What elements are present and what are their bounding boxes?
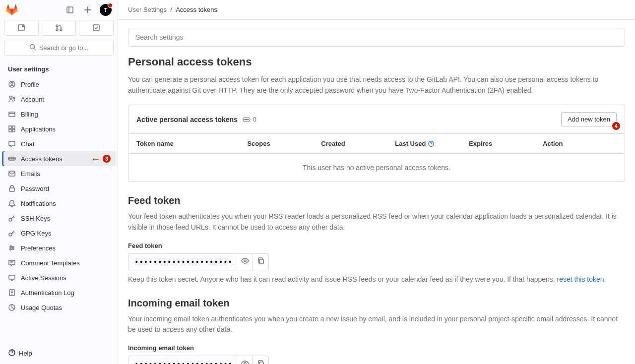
svg-rect-41 — [259, 362, 263, 364]
nav-item-chat[interactable]: Chat — [2, 136, 116, 151]
billing-icon — [8, 110, 16, 118]
pat-count-badge: 0 — [243, 116, 256, 123]
breadcrumb-current: Access tokens — [176, 6, 217, 13]
token-icon — [8, 155, 16, 163]
nav-item-preferences[interactable]: Preferences — [2, 241, 116, 255]
svg-rect-22 — [9, 171, 15, 176]
nav-item-billing[interactable]: Billing — [2, 107, 116, 121]
svg-point-27 — [12, 247, 14, 249]
nav-item-access-tokens[interactable]: Access tokens ← 3 — [2, 151, 116, 166]
nav-item-usage-quotas[interactable]: Usage Quotas — [2, 300, 116, 315]
copy-token-button[interactable] — [253, 253, 269, 270]
svg-point-4 — [56, 25, 58, 27]
nav-label: Emails — [21, 170, 40, 178]
col-expires: Expires — [469, 140, 543, 147]
nav-label: GPG Keys — [21, 230, 51, 237]
sidebar-section-title: User settings — [0, 61, 118, 77]
eye-icon — [241, 257, 249, 266]
svg-point-6 — [60, 29, 62, 31]
nav-label: Comment Templates — [21, 259, 80, 267]
nav-item-gpg-keys[interactable]: GPG Keys — [2, 226, 116, 241]
svg-rect-29 — [9, 275, 15, 279]
reveal-token-button[interactable] — [237, 356, 253, 364]
applications-icon — [8, 125, 16, 133]
incoming-token-input[interactable] — [128, 356, 237, 364]
email-icon — [8, 170, 16, 178]
nav-label: Billing — [21, 111, 38, 118]
help-icon[interactable] — [428, 140, 435, 147]
nav-item-account[interactable]: Account — [2, 92, 116, 107]
svg-point-11 — [10, 96, 12, 99]
key-icon — [8, 229, 16, 237]
svg-point-19 — [9, 158, 10, 159]
svg-rect-13 — [9, 112, 15, 117]
annotation-arrow-icon: ← — [91, 153, 101, 165]
feed-token-input[interactable] — [128, 253, 237, 270]
search-settings-input[interactable] — [128, 28, 625, 47]
svg-point-34 — [245, 119, 246, 120]
merge-requests-shortcut[interactable] — [42, 20, 76, 36]
comment-icon — [8, 259, 16, 267]
col-token-name: Token name — [136, 140, 247, 147]
sidebar-header: T — [0, 0, 118, 20]
svg-point-10 — [11, 82, 13, 84]
svg-rect-0 — [67, 7, 73, 13]
pat-table-header: Token name Scopes Created Last Used Expi… — [128, 134, 625, 154]
nav-label: Password — [21, 185, 49, 192]
nav-item-active-sessions[interactable]: Active Sessions — [2, 270, 116, 285]
col-last-used: Last Used — [395, 140, 469, 147]
svg-point-21 — [13, 158, 14, 159]
issues-shortcut[interactable] — [4, 20, 39, 36]
copy-token-button[interactable] — [253, 356, 269, 364]
incoming-heading: Incoming email token — [128, 298, 625, 309]
key-icon — [8, 214, 16, 222]
help-label: Help — [19, 350, 32, 357]
nav-item-applications[interactable]: Applications — [2, 121, 116, 136]
copy-icon — [257, 257, 265, 266]
annotation-badge: 4 — [612, 122, 620, 130]
account-icon — [8, 95, 16, 103]
panel-toggle-icon[interactable] — [64, 4, 76, 16]
nav-item-profile[interactable]: Profile — [2, 77, 116, 92]
help-button[interactable]: Help — [8, 349, 110, 358]
nav-item-comment-templates[interactable]: Comment Templates — [2, 255, 116, 270]
reset-feed-token-link[interactable]: reset this token — [557, 275, 604, 283]
gitlab-logo-icon[interactable] — [6, 4, 18, 16]
svg-point-38 — [244, 260, 246, 262]
nav-label: Account — [21, 96, 44, 103]
nav-item-password[interactable]: Password — [2, 181, 116, 196]
nav-label: Notifications — [21, 200, 56, 207]
annotation-badge: 3 — [103, 155, 111, 163]
feed-token-label: Feed token — [128, 242, 625, 249]
pat-card: Active personal access tokens 0 Add new … — [128, 105, 625, 182]
reveal-token-button[interactable] — [237, 253, 253, 270]
search-button[interactable]: Search or go to... — [4, 40, 114, 56]
svg-rect-17 — [12, 129, 15, 132]
todos-shortcut[interactable] — [79, 20, 114, 36]
nav-item-notifications[interactable]: Notifications — [2, 196, 116, 211]
breadcrumb-parent[interactable]: User Settings — [128, 6, 167, 13]
nav-item-emails[interactable]: Emails — [2, 166, 116, 181]
breadcrumb-separator: / — [169, 6, 176, 13]
pat-card-title: Active personal access tokens — [136, 116, 238, 123]
nav-label: Applications — [21, 125, 56, 133]
col-created: Created — [321, 140, 395, 147]
nav-label: SSH Keys — [21, 215, 50, 222]
plus-icon[interactable] — [82, 4, 94, 16]
add-new-token-button[interactable]: Add new token 4 — [561, 112, 617, 126]
svg-point-5 — [56, 29, 58, 31]
lock-icon — [8, 184, 16, 192]
breadcrumb: User Settings / Access tokens — [118, 0, 635, 20]
copy-icon — [257, 360, 265, 364]
pat-empty-state: This user has no active personal access … — [128, 154, 625, 182]
search-label: Search or go to... — [39, 44, 89, 52]
svg-point-20 — [11, 158, 12, 159]
eye-icon — [241, 360, 249, 364]
feed-token-note: Keep this token secret. Anyone who has i… — [128, 274, 625, 285]
nav-item-ssh-keys[interactable]: SSH Keys — [2, 211, 116, 226]
nav-label: Usage Quotas — [21, 304, 62, 311]
nav-item-authentication-log[interactable]: Authentication Log — [2, 285, 116, 300]
user-avatar[interactable]: T — [100, 4, 112, 16]
svg-point-40 — [244, 363, 246, 364]
bell-icon — [8, 199, 16, 207]
